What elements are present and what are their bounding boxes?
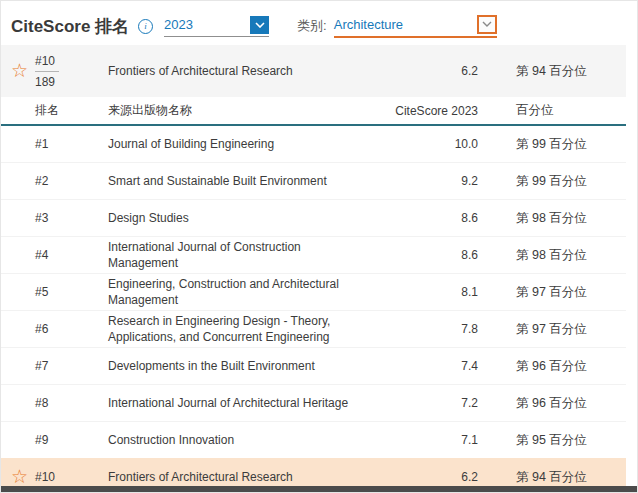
source-column-header: 来源出版物名称 [108, 102, 383, 118]
rank-cell: #10 [35, 470, 108, 484]
source-title: Research in Engineering Design - Theory,… [108, 313, 383, 345]
rank-cell: #3 [35, 211, 108, 225]
year-select-value: 2023 [164, 16, 193, 34]
source-title: Smart and Sustainable Built Environment [108, 173, 383, 189]
pinned-summary-row[interactable]: ☆ #10 189 Frontiers of Architectural Res… [1, 45, 626, 97]
percentile-value: 第 99 百分位 [478, 173, 626, 190]
source-title: Design Studies [108, 210, 383, 226]
source-title: Construction Innovation [108, 432, 383, 448]
percentile-value: 第 97 百分位 [478, 284, 626, 301]
table-row[interactable]: #6 Research in Engineering Design - Theo… [1, 310, 626, 347]
table-content: ☆ #10 189 Frontiers of Architectural Res… [1, 45, 626, 493]
bottom-divider-bar [1, 486, 637, 492]
table-row[interactable]: #2 Smart and Sustainable Built Environme… [1, 162, 626, 199]
percentile-column-header: 百分位 [478, 102, 626, 119]
rank-column-header: 排名 [35, 102, 108, 119]
percentile-value: 第 97 百分位 [478, 321, 626, 338]
source-title: Frontiers of Architectural Research [108, 469, 383, 485]
summary-rank: #10 [35, 54, 59, 72]
summary-source-title: Frontiers of Architectural Research [108, 63, 383, 79]
table-row[interactable]: #8 International Journal of Architectura… [1, 384, 626, 421]
citescore-value: 10.0 [383, 137, 478, 151]
chevron-down-icon [477, 15, 497, 34]
source-title: Developments in the Built Environment [108, 358, 383, 374]
star-cell: ☆ [1, 467, 35, 487]
citescore-value: 8.6 [383, 248, 478, 262]
rank-cell: #8 [35, 396, 108, 410]
citescore-value: 8.1 [383, 285, 478, 299]
rank-cell: #6 [35, 322, 108, 336]
rank-cell: #4 [35, 248, 108, 262]
citescore-column-header: CiteScore 2023 [383, 104, 478, 118]
table-row[interactable]: #3 Design Studies 8.6 第 98 百分位 [1, 199, 626, 236]
percentile-value: 第 99 百分位 [478, 136, 626, 153]
percentile-value: 第 98 百分位 [478, 210, 626, 227]
citescore-value: 9.2 [383, 174, 478, 188]
table-row[interactable]: #7 Developments in the Built Environment… [1, 347, 626, 384]
source-title: Engineering, Construction and Architectu… [108, 276, 383, 308]
summary-percentile: 第 94 百分位 [478, 63, 626, 80]
category-label: 类别: [297, 17, 327, 35]
topbar: CiteScore 排名 i 2023 类别: Architecture [1, 1, 637, 45]
summary-total: 189 [35, 75, 108, 89]
summary-citescore: 6.2 [383, 64, 478, 78]
category-select-value: Architecture [334, 16, 403, 34]
percentile-value: 第 95 百分位 [478, 432, 626, 449]
table-row[interactable]: #1 Journal of Building Engineering 10.0 … [1, 126, 626, 162]
chevron-down-icon [250, 16, 269, 34]
star-icon[interactable]: ☆ [11, 61, 28, 80]
rank-cell: #9 [35, 433, 108, 447]
page-title: CiteScore 排名 [11, 15, 129, 38]
citescore-value: 7.1 [383, 433, 478, 447]
table-row[interactable]: #4 International Journal of Construction… [1, 236, 626, 273]
info-icon[interactable]: i [138, 19, 153, 34]
year-select[interactable]: 2023 [164, 16, 269, 37]
percentile-value: 第 94 百分位 [478, 469, 626, 486]
source-title: International Journal of Architectural H… [108, 395, 383, 411]
star-icon[interactable]: ☆ [11, 467, 28, 486]
citescore-value: 7.2 [383, 396, 478, 410]
citescore-value: 7.8 [383, 322, 478, 336]
table-header-row: 排名 来源出版物名称 CiteScore 2023 百分位 [1, 97, 626, 126]
rank-cell: #1 [35, 137, 108, 151]
citescore-value: 6.2 [383, 470, 478, 484]
citescore-value: 8.6 [383, 211, 478, 225]
rank-fraction: #10 189 [35, 54, 108, 89]
percentile-value: 第 96 百分位 [478, 395, 626, 412]
rank-cell: #5 [35, 285, 108, 299]
table-row[interactable]: #9 Construction Innovation 7.1 第 95 百分位 [1, 421, 626, 458]
star-cell: ☆ [1, 61, 35, 81]
percentile-value: 第 98 百分位 [478, 247, 626, 264]
rank-cell: #2 [35, 174, 108, 188]
table-row[interactable]: #5 Engineering, Construction and Archite… [1, 273, 626, 310]
percentile-value: 第 96 百分位 [478, 358, 626, 375]
source-title: Journal of Building Engineering [108, 136, 383, 152]
source-title: International Journal of Construction Ma… [108, 239, 383, 271]
category-select[interactable]: Architecture [334, 15, 497, 38]
rank-cell: #7 [35, 359, 108, 373]
citescore-value: 7.4 [383, 359, 478, 373]
citescore-rank-panel: CiteScore 排名 i 2023 类别: Architecture ☆ #… [0, 0, 638, 493]
